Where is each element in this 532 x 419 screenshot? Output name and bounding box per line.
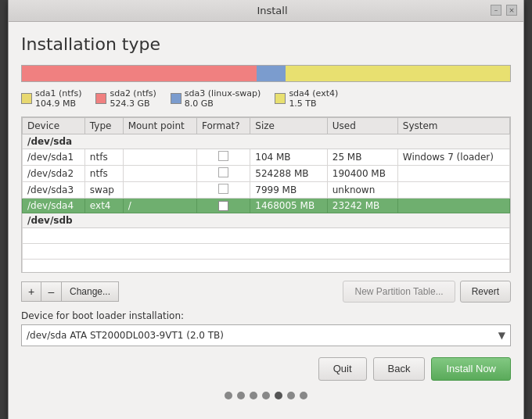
legend-sda2: sda2 (ntfs) 524.3 GB [95, 88, 156, 109]
col-system: System [397, 117, 509, 134]
table-group-header: /dev/sdb [23, 213, 510, 227]
change-partition-button[interactable]: Change... [62, 281, 119, 302]
cell-mount [123, 181, 196, 198]
cell-used: 190400 MB [327, 165, 397, 181]
cell-format[interactable]: ✓ [196, 198, 250, 213]
partition-bar [21, 65, 511, 82]
format-checkbox[interactable] [218, 167, 228, 177]
cell-used: 23242 MB [327, 198, 397, 213]
progress-dot-1 [237, 392, 245, 399]
cell-used: unknown [327, 181, 397, 198]
legend-sda1: sda1 (ntfs) 104.9 MB [21, 88, 81, 109]
empty-row [23, 227, 510, 243]
window-title: Install [54, 5, 491, 16]
table-controls: + – Change... New Partition Table... Rev… [21, 281, 511, 303]
table-row[interactable]: /dev/sda3swap7999 MBunknown [23, 181, 510, 198]
format-checkbox-checked[interactable]: ✓ [218, 201, 228, 211]
cell-device: /dev/sda3 [23, 181, 85, 198]
table-row[interactable]: /dev/sda2ntfs524288 MB190400 MB [23, 165, 510, 181]
revert-button[interactable]: Revert [460, 281, 511, 303]
page-title: Installation type [21, 34, 511, 54]
progress-dot-4 [275, 392, 282, 399]
right-controls: New Partition Table... Revert [343, 281, 511, 303]
boot-loader-select[interactable]: /dev/sda ATA ST2000DL003-9VT1 (2.0 TB) ▼ [21, 324, 511, 346]
boot-loader-arrow-icon: ▼ [498, 330, 505, 341]
quit-button[interactable]: Quit [318, 357, 367, 381]
progress-dot-5 [287, 392, 295, 399]
close-button[interactable]: × [506, 5, 517, 16]
cell-format[interactable] [196, 181, 250, 198]
cell-format[interactable] [196, 165, 250, 181]
col-mount: Mount point [123, 117, 196, 134]
legend-color-sda4 [275, 93, 286, 104]
group-label: /dev/sda [23, 134, 510, 149]
partition-bar-sda4 [286, 66, 510, 81]
cell-system [397, 181, 509, 198]
col-size: Size [250, 117, 327, 134]
cell-mount: / [123, 198, 196, 213]
cell-device: /dev/sda1 [23, 149, 85, 165]
titlebar: Install – × [9, 0, 523, 22]
cell-type: ext4 [84, 198, 123, 213]
cell-type: swap [84, 181, 123, 198]
cell-type: ntfs [84, 149, 123, 165]
progress-dots [21, 392, 511, 407]
partition-table: Device Type Mount point Format? Size Use… [22, 117, 510, 273]
cell-size: 7999 MB [250, 181, 327, 198]
legend-sda4: sda4 (ext4) 1.5 TB [275, 88, 338, 109]
back-button[interactable]: Back [373, 357, 426, 381]
cell-type: ntfs [84, 165, 123, 181]
progress-dot-0 [225, 392, 232, 399]
col-used: Used [327, 117, 397, 134]
table-row[interactable]: /dev/sda1ntfs104 MB25 MBWindows 7 (loade… [23, 149, 510, 165]
cell-device: /dev/sda4 [23, 198, 85, 213]
partition-bar-sda3 [257, 66, 286, 81]
legend-label-sda4: sda4 (ext4) 1.5 TB [289, 88, 338, 109]
legend-label-sda1: sda1 (ntfs) 104.9 MB [35, 88, 81, 109]
cell-size: 104 MB [250, 149, 327, 165]
new-partition-table-button[interactable]: New Partition Table... [343, 281, 455, 303]
col-type: Type [84, 117, 123, 134]
boot-loader-value: /dev/sda ATA ST2000DL003-9VT1 (2.0 TB) [27, 330, 224, 341]
legend-color-sda1 [21, 93, 32, 104]
progress-dot-6 [300, 392, 307, 399]
cell-device: /dev/sda2 [23, 165, 85, 181]
legend-label-sda2: sda2 (ntfs) 524.3 GB [110, 88, 156, 109]
partition-bar-sda2 [61, 66, 257, 81]
cell-size: 524288 MB [250, 165, 327, 181]
titlebar-controls: – × [491, 5, 517, 16]
action-buttons: Quit Back Install Now [21, 357, 511, 381]
format-checkbox[interactable] [218, 151, 228, 161]
col-format: Format? [196, 117, 250, 134]
main-content: Installation type sda1 (ntfs) 104.9 MB s… [9, 22, 523, 420]
legend-color-sda3 [171, 93, 182, 104]
cell-mount [123, 165, 196, 181]
add-partition-button[interactable]: + [21, 281, 41, 302]
empty-row [23, 243, 510, 259]
table-row[interactable]: /dev/sda4ext4/✓1468005 MB23242 MB [23, 198, 510, 213]
cell-used: 25 MB [327, 149, 397, 165]
boot-loader-label: Device for boot loader installation: [21, 310, 511, 321]
partition-bar-sda1 [22, 66, 61, 81]
group-label: /dev/sdb [23, 213, 510, 227]
remove-partition-button[interactable]: – [41, 281, 62, 302]
empty-row [23, 259, 510, 273]
cell-format[interactable] [196, 149, 250, 165]
progress-dot-3 [262, 392, 270, 399]
cell-system [397, 165, 509, 181]
install-now-button[interactable]: Install Now [431, 357, 511, 381]
cell-mount [123, 149, 196, 165]
progress-dot-2 [250, 392, 257, 399]
legend-label-sda3: sda3 (linux-swap) 8.0 GB [185, 88, 261, 109]
legend-color-sda2 [95, 93, 106, 104]
format-checkbox[interactable] [218, 184, 228, 194]
cell-system [397, 198, 509, 213]
legend-sda3: sda3 (linux-swap) 8.0 GB [171, 88, 261, 109]
cell-system: Windows 7 (loader) [397, 149, 509, 165]
install-window: Install – × Installation type sda1 (ntfs… [8, 0, 524, 419]
col-device: Device [23, 117, 85, 134]
minimize-button[interactable]: – [491, 5, 501, 16]
cell-size: 1468005 MB [250, 198, 327, 213]
partition-legend: sda1 (ntfs) 104.9 MB sda2 (ntfs) 524.3 G… [21, 88, 511, 109]
table-group-header: /dev/sda [23, 134, 510, 149]
